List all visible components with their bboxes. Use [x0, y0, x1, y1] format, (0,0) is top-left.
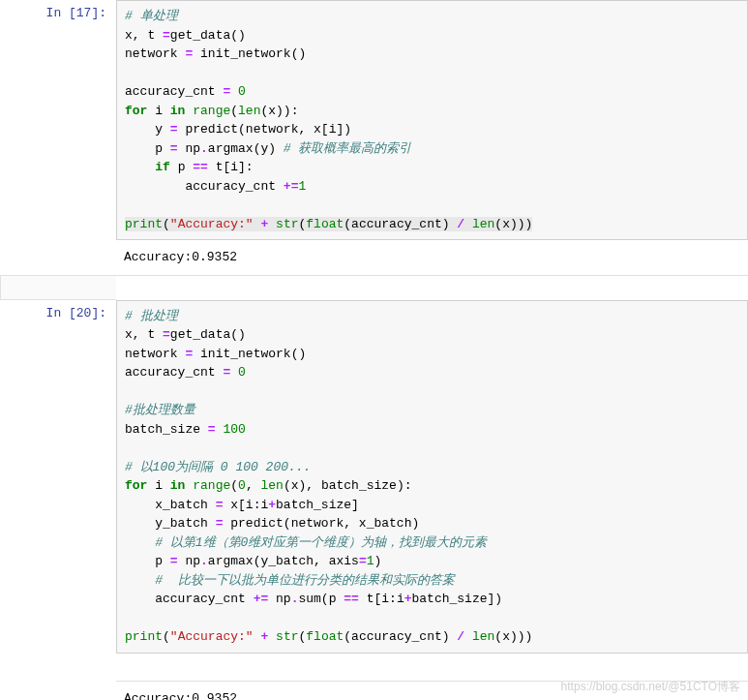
gap-content [116, 275, 748, 300]
code-line: # 比较一下以批为单位进行分类的结果和实际的答案 [125, 571, 739, 591]
code-line [125, 439, 739, 458]
gap-content [116, 655, 748, 681]
code-line: for i in range(0, len(x), batch_size): [125, 476, 739, 496]
code-line: accuracy_cnt = 0 [125, 82, 739, 102]
input-prompt: In [20]: [0, 300, 116, 654]
code-line: print("Accuracy:" + str(float(accuracy_c… [125, 627, 739, 647]
code-input-area[interactable]: # 单处理 x, t =get_data() network = init_ne… [116, 0, 748, 240]
watermark-text: https://blog.csdn.net/@51CTO博客 [561, 679, 740, 695]
code-line: accuracy_cnt += np.sum(p == t[i:i+batch_… [125, 590, 739, 609]
code-line: for i in range(len(x)): [125, 102, 739, 121]
code-line: y_batch = predict(network, x_batch) [125, 514, 739, 533]
code-line: p = np.argmax(y) # 获取概率最高的索引 [125, 139, 739, 159]
code-line [125, 196, 739, 215]
code-line: #批处理数量 [125, 401, 739, 420]
code-line: x, t =get_data() [125, 26, 739, 46]
code-cell-2: In [20]: # 批处理 x, t =get_data() network … [0, 300, 748, 654]
code-line: network = init_network() [125, 345, 739, 364]
code-line [125, 64, 739, 83]
code-line: # 单处理 [125, 7, 739, 26]
code-line [125, 609, 739, 628]
code-line: # 以100为间隔 0 100 200... [125, 458, 739, 477]
code-line: # 批处理 [125, 307, 739, 326]
output-cell-1: Accuracy:0.9352 [0, 242, 748, 273]
code-line [125, 382, 739, 402]
code-cell-1: In [17]: # 单处理 x, t =get_data() network … [0, 0, 748, 240]
code-line: print("Accuracy:" + str(float(accuracy_c… [125, 215, 739, 234]
gap-prompt [0, 275, 116, 300]
cell-gap [0, 655, 748, 681]
code-line: if p == t[i]: [125, 158, 739, 177]
code-line: batch_size = 100 [125, 420, 739, 440]
input-prompt: In [17]: [0, 0, 116, 240]
code-line: x_batch = x[i:i+batch_size] [125, 496, 739, 515]
code-line: # 以第1维（第0维对应第一个维度）为轴，找到最大的元素 [125, 533, 739, 553]
cell-gap [0, 275, 748, 300]
code-line: y = predict(network, x[i]) [125, 120, 739, 139]
output-prompt [0, 242, 116, 273]
code-line: accuracy_cnt = 0 [125, 363, 739, 382]
code-line: accuracy_cnt +=1 [125, 177, 739, 197]
output-text: Accuracy:0.9352 [124, 248, 740, 267]
code-line: network = init_network() [125, 45, 739, 64]
code-line: x, t =get_data() [125, 325, 739, 345]
code-line: p = np.argmax(y_batch, axis=1) [125, 552, 739, 571]
output-area: Accuracy:0.9352 [116, 242, 748, 273]
gap-prompt [0, 655, 116, 681]
output-prompt [0, 681, 116, 701]
code-input-area[interactable]: # 批处理 x, t =get_data() network = init_ne… [116, 300, 748, 654]
